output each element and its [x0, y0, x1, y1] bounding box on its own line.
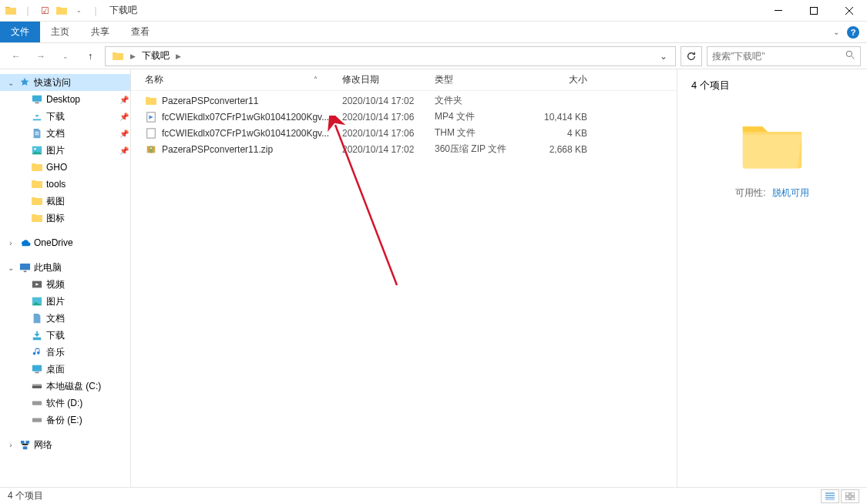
nav-item-drive-c[interactable]: 本地磁盘 (C:): [0, 378, 130, 395]
svg-rect-17: [20, 440, 24, 443]
maximize-button[interactable]: [796, 0, 832, 22]
svg-rect-14: [32, 386, 42, 388]
folder-icon: [5, 5, 17, 17]
video-icon: [31, 278, 43, 291]
folder-icon: [145, 95, 157, 107]
svg-rect-7: [19, 263, 29, 269]
chevron-right-icon[interactable]: ▶: [174, 52, 183, 60]
breadcrumb-segment[interactable]: 下载吧: [139, 47, 173, 66]
back-button[interactable]: ←: [6, 46, 26, 66]
dropdown-icon[interactable]: ⌄: [72, 5, 85, 17]
zip-icon: [145, 143, 157, 156]
nav-quick-access[interactable]: ⌄ 快速访问: [0, 74, 130, 91]
col-name[interactable]: 名称˄: [140, 73, 338, 86]
drive-icon: [31, 414, 43, 426]
drive-icon: [31, 397, 43, 409]
nav-item-drive-d[interactable]: 软件 (D:): [0, 395, 130, 412]
svg-point-2: [846, 51, 852, 56]
nav-item-desktop[interactable]: Desktop📌: [0, 91, 130, 108]
drive-icon: [31, 380, 43, 392]
svg-rect-21: [147, 128, 156, 137]
svg-rect-23: [150, 146, 153, 153]
svg-rect-16: [32, 418, 42, 422]
svg-rect-3: [32, 96, 42, 102]
nav-item-downloads2[interactable]: 下载: [0, 327, 130, 344]
nav-item-screenshot[interactable]: 截图: [0, 193, 130, 210]
nav-item-icons[interactable]: 图标: [0, 210, 130, 227]
help-icon[interactable]: ?: [847, 26, 859, 39]
desktop-icon: [31, 363, 43, 375]
chevron-right-icon[interactable]: ▶: [129, 52, 137, 60]
pin-icon: 📌: [118, 129, 130, 138]
file-pane: 名称˄ 修改日期 类型 大小 PazeraPSPconverter11 2020…: [131, 69, 677, 487]
column-headers: 名称˄ 修改日期 类型 大小: [131, 69, 677, 91]
refresh-button[interactable]: [680, 46, 702, 66]
folder-icon: [31, 178, 43, 190]
nav-network[interactable]: ›网络: [0, 436, 130, 453]
details-title: 4 个项目: [691, 79, 853, 92]
nav-item-music[interactable]: 音乐: [0, 344, 130, 361]
up-button[interactable]: ↑: [80, 46, 100, 66]
file-row[interactable]: PazeraPSPconverter11 2020/10/14 17:02 文件…: [131, 92, 677, 109]
nav-item-drive-e[interactable]: 备份 (E:): [0, 412, 130, 428]
nav-item-downloads[interactable]: 下载📌: [0, 108, 130, 125]
nav-item-gho[interactable]: GHO: [0, 159, 130, 176]
nav-item-pictures2[interactable]: 图片: [0, 293, 130, 310]
view-large-button[interactable]: [841, 489, 859, 503]
nav-item-videos[interactable]: 视频: [0, 276, 130, 293]
nav-item-documents2[interactable]: 文档: [0, 310, 130, 327]
file-row[interactable]: PazeraPSPconverter11.zip 2020/10/14 17:0…: [131, 141, 677, 157]
tab-view[interactable]: 查看: [120, 22, 160, 42]
file-row[interactable]: fcCWIEkdlx07CFrP1wGk01041200Kgv... 2020/…: [131, 109, 677, 125]
collapse-icon[interactable]: ⌄: [6, 264, 15, 272]
status-bar: 4 个项目: [0, 487, 867, 504]
forward-button[interactable]: →: [31, 46, 51, 66]
availability-row: 可用性: 脱机可用: [735, 186, 808, 200]
expand-ribbon-icon[interactable]: ⌄: [833, 28, 839, 36]
availability-value: 脱机可用: [772, 186, 809, 200]
checkbox-icon[interactable]: ☑: [39, 5, 51, 17]
folder-icon[interactable]: [55, 5, 68, 17]
collapse-icon[interactable]: ⌄: [6, 79, 15, 87]
close-button[interactable]: [832, 0, 867, 22]
breadcrumb[interactable]: ▶ 下载吧 ▶ ⌄: [105, 46, 676, 66]
col-size[interactable]: 大小: [523, 73, 592, 86]
nav-onedrive[interactable]: ›OneDrive: [0, 234, 130, 251]
col-type[interactable]: 类型: [430, 73, 523, 86]
nav-item-tools[interactable]: tools: [0, 176, 130, 193]
pin-icon: 📌: [118, 146, 130, 155]
breadcrumb-dropdown-icon[interactable]: ⌄: [655, 51, 672, 62]
nav-item-documents[interactable]: 文档📌: [0, 125, 130, 142]
search-input[interactable]: [712, 51, 845, 62]
nav-thispc[interactable]: ⌄此电脑: [0, 259, 130, 276]
search-icon[interactable]: [845, 50, 855, 62]
download-icon: [31, 110, 43, 123]
svg-rect-12: [35, 372, 39, 374]
file-row[interactable]: fcCWIEkdlx07CFrP1wGk01041200Kgv... 2020/…: [131, 125, 677, 141]
nav-item-desktop2[interactable]: 桌面: [0, 361, 130, 378]
window-controls: [761, 0, 867, 22]
svg-rect-18: [25, 440, 29, 443]
svg-rect-1: [811, 7, 818, 14]
expand-icon[interactable]: ›: [6, 239, 15, 247]
search-box[interactable]: [707, 46, 861, 66]
col-date[interactable]: 修改日期: [338, 73, 430, 86]
tab-home[interactable]: 主页: [40, 22, 80, 42]
svg-rect-24: [150, 147, 152, 149]
view-details-button[interactable]: [821, 489, 839, 503]
nav-pane: ⌄ 快速访问 Desktop📌 下载📌 文档📌 图片📌 GHO tools 截图…: [0, 69, 131, 487]
expand-icon[interactable]: ›: [6, 441, 15, 449]
tab-file[interactable]: 文件: [0, 22, 40, 42]
tab-share[interactable]: 共享: [80, 22, 120, 42]
file-list: PazeraPSPconverter11 2020/10/14 17:02 文件…: [131, 91, 677, 487]
recent-dropdown[interactable]: ⌄: [55, 46, 76, 66]
breadcrumb-root-icon[interactable]: [109, 47, 127, 66]
folder-icon: [31, 212, 43, 224]
status-count: 4 个项目: [8, 489, 43, 502]
minimize-button[interactable]: [761, 0, 796, 22]
quick-access-toolbar: | ☑ ⌄ |: [0, 5, 102, 17]
nav-item-pictures[interactable]: 图片📌: [0, 142, 130, 159]
sort-asc-icon: ˄: [314, 76, 318, 84]
desktop-icon: [31, 93, 43, 106]
folder-large-icon: [739, 119, 805, 171]
